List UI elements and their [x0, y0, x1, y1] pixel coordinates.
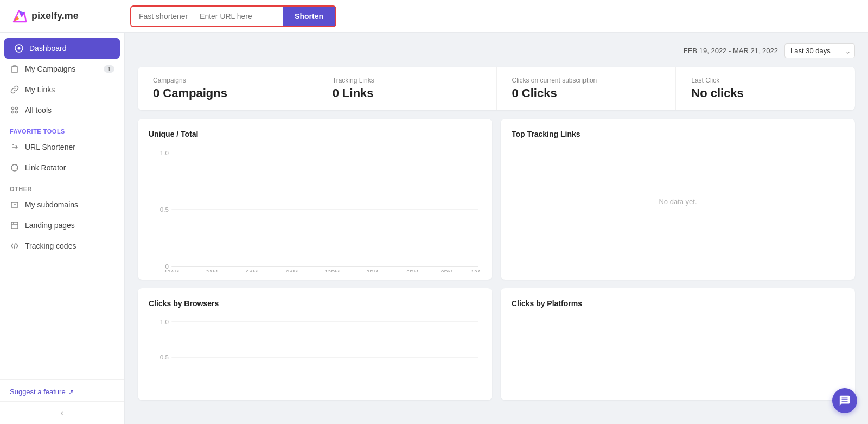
campaigns-label: My Campaigns — [25, 65, 75, 73]
sidebar-item-link-rotator[interactable]: Link Rotator — [0, 157, 124, 178]
link-rotator-icon — [10, 163, 20, 173]
sidebar-collapse-button[interactable]: ‹ — [0, 401, 124, 424]
stat-clicks: Clicks on current subscription 0 Clicks — [497, 67, 676, 110]
all-tools-icon — [10, 105, 20, 115]
stats-row: Campaigns 0 Campaigns Tracking Links 0 L… — [138, 67, 855, 110]
svg-text:3AM: 3AM — [206, 269, 218, 272]
svg-text:6AM: 6AM — [246, 269, 258, 272]
svg-point-6 — [12, 107, 14, 110]
chart-platforms: Clicks by Platforms — [501, 288, 855, 400]
chart-platforms-title: Clicks by Platforms — [512, 299, 844, 308]
sidebar-item-all-tools[interactable]: All tools — [0, 100, 124, 121]
stat-clicks-value: 0 Clicks — [512, 86, 661, 100]
chart-browsers-area: 1.0 0.5 — [149, 317, 481, 393]
svg-text:0: 0 — [165, 263, 169, 270]
svg-text:9AM: 9AM — [286, 269, 298, 272]
sidebar-item-landing-pages[interactable]: Landing pages — [0, 215, 124, 236]
date-range-text: FEB 19, 2022 - MAR 21, 2022 — [684, 47, 778, 55]
svg-point-8 — [12, 111, 14, 113]
subdomains-icon — [10, 200, 20, 210]
stat-links-value: 0 Links — [333, 86, 481, 100]
chart-unique-total-title: Unique / Total — [149, 130, 481, 138]
stat-campaigns-value: 0 Campaigns — [153, 86, 302, 100]
sidebar: Dashboard My Campaigns 1 My Links Al — [0, 33, 125, 424]
chart-browsers: Clicks by Browsers 1.0 0.5 — [138, 288, 492, 400]
sidebar-item-tracking-codes[interactable]: Tracking codes — [0, 236, 124, 256]
campaigns-icon — [10, 64, 20, 74]
svg-text:1.0: 1.0 — [160, 150, 169, 156]
chart-browsers-title: Clicks by Browsers — [149, 299, 481, 308]
sidebar-footer: Suggest a feature ↗ — [0, 379, 124, 401]
svg-rect-5 — [11, 67, 18, 72]
stat-last-click-value: No clicks — [691, 86, 840, 100]
url-input[interactable] — [131, 8, 283, 25]
my-links-label: My Links — [25, 85, 55, 94]
chat-icon — [839, 395, 851, 407]
stat-campaigns: Campaigns 0 Campaigns — [138, 67, 317, 110]
campaigns-badge: 1 — [104, 65, 114, 73]
stat-campaigns-label: Campaigns — [153, 77, 302, 84]
links-icon — [10, 85, 20, 94]
url-shortener-icon — [10, 142, 20, 152]
topbar: pixelfy.me Shorten — [0, 0, 868, 33]
svg-point-4 — [18, 47, 21, 50]
logo: pixelfy.me — [11, 8, 130, 24]
other-section: OTHER — [0, 178, 124, 194]
sidebar-item-subdomains[interactable]: My subdomains — [0, 194, 124, 215]
svg-point-9 — [16, 111, 18, 113]
my-subdomains-label: My subdomains — [25, 200, 78, 209]
landing-pages-icon — [10, 220, 20, 230]
app-name: pixelfy.me — [31, 10, 79, 22]
sidebar-item-campaigns[interactable]: My Campaigns 1 — [0, 59, 124, 79]
svg-text:1.0: 1.0 — [160, 319, 169, 325]
main-content: FEB 19, 2022 - MAR 21, 2022 Last 30 days… — [125, 33, 868, 424]
charts-grid: Unique / Total 1.0 0.5 0 12AM 3AM — [138, 119, 855, 400]
svg-point-7 — [16, 107, 18, 110]
svg-text:6PM: 6PM — [406, 269, 418, 272]
svg-text:12AM: 12AM — [471, 269, 481, 272]
date-bar: FEB 19, 2022 - MAR 21, 2022 Last 30 days… — [138, 43, 855, 58]
chart-browsers-svg: 1.0 0.5 — [149, 317, 481, 393]
dashboard-label: Dashboard — [29, 44, 67, 53]
chat-bubble[interactable] — [832, 388, 857, 413]
svg-text:9PM: 9PM — [441, 269, 453, 272]
tracking-codes-label: Tracking codes — [25, 242, 76, 250]
logo-icon — [11, 8, 27, 24]
svg-text:3PM: 3PM — [366, 269, 378, 272]
chart-unique-total: Unique / Total 1.0 0.5 0 12AM 3AM — [138, 119, 492, 280]
chart-unique-total-area: 1.0 0.5 0 12AM 3AM 6AM 9AM 12PM 3PM 6PM … — [149, 147, 481, 272]
url-shortener-label: URL Shortener — [25, 143, 75, 151]
svg-text:0.5: 0.5 — [160, 206, 169, 213]
tracking-codes-icon — [10, 241, 20, 251]
period-select[interactable]: Last 30 days Last 7 days Last 90 days Cu… — [784, 43, 855, 58]
chart-top-links-title: Top Tracking Links — [512, 130, 844, 138]
sidebar-item-dashboard[interactable]: Dashboard — [4, 38, 120, 59]
svg-text:0.5: 0.5 — [160, 354, 169, 360]
shorten-button[interactable]: Shorten — [283, 7, 335, 26]
stat-last-click-label: Last Click — [691, 77, 840, 84]
all-tools-label: All tools — [25, 106, 52, 115]
dashboard-icon — [14, 43, 24, 53]
stat-clicks-label: Clicks on current subscription — [512, 77, 661, 84]
favorite-tools-section: FAVORITE TOOLS — [0, 121, 124, 137]
period-select-wrapper: Last 30 days Last 7 days Last 90 days Cu… — [784, 43, 855, 58]
stat-links-label: Tracking Links — [333, 77, 481, 84]
suggest-feature-label: Suggest a feature — [10, 388, 66, 396]
sidebar-item-url-shortener[interactable]: URL Shortener — [0, 137, 124, 157]
stat-links: Tracking Links 0 Links — [317, 67, 497, 110]
svg-rect-11 — [11, 222, 18, 229]
chart-top-links-no-data: No data yet. — [512, 147, 844, 256]
link-rotator-label: Link Rotator — [25, 163, 66, 172]
external-link-icon: ↗ — [68, 388, 74, 396]
suggest-feature-link[interactable]: Suggest a feature ↗ — [10, 388, 114, 396]
chart-top-links: Top Tracking Links No data yet. — [501, 119, 855, 280]
sidebar-nav: Dashboard My Campaigns 1 My Links Al — [0, 33, 124, 379]
svg-text:12AM: 12AM — [164, 269, 179, 272]
stat-last-click: Last Click No clicks — [676, 67, 855, 110]
svg-text:12PM: 12PM — [324, 269, 340, 272]
landing-pages-label: Landing pages — [25, 221, 75, 230]
sidebar-item-links[interactable]: My Links — [0, 79, 124, 100]
chart-unique-total-svg: 1.0 0.5 0 12AM 3AM 6AM 9AM 12PM 3PM 6PM … — [149, 147, 481, 272]
main-layout: Dashboard My Campaigns 1 My Links Al — [0, 33, 868, 424]
url-bar: Shorten — [130, 5, 336, 27]
